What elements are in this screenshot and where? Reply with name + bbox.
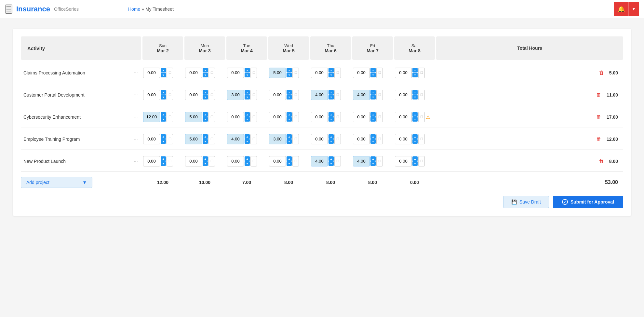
spin-up-4-3[interactable]: ▲ [287, 156, 292, 161]
time-input-2-2[interactable] [227, 112, 244, 122]
time-input-3-3[interactable] [269, 134, 286, 144]
time-input-1-5[interactable] [353, 90, 370, 100]
spin-up-4-6[interactable]: ▲ [412, 156, 418, 161]
delete-row-4[interactable]: 🗑 [597, 157, 605, 165]
spin-up-4-1[interactable]: ▲ [203, 156, 208, 161]
activity-menu-4[interactable]: ··· [132, 158, 140, 165]
note-btn-2-2[interactable]: ☐ [250, 112, 257, 122]
time-input-3-4[interactable] [311, 134, 328, 144]
delete-row-1[interactable]: 🗑 [595, 91, 603, 99]
note-btn-2-6[interactable]: ☐ [418, 112, 425, 122]
time-input-0-3[interactable] [269, 68, 286, 78]
activity-menu-2[interactable]: ··· [132, 113, 140, 121]
spin-up-1-6[interactable]: ▲ [412, 90, 418, 95]
spin-up-3-3[interactable]: ▲ [287, 134, 292, 139]
activity-menu-1[interactable]: ··· [132, 91, 140, 99]
spin-up-0-6[interactable]: ▲ [412, 68, 418, 73]
spin-up-3-6[interactable]: ▲ [412, 134, 418, 139]
add-project-button[interactable]: Add project▼ [21, 177, 92, 188]
spin-down-3-6[interactable]: ▼ [412, 139, 418, 144]
note-btn-0-6[interactable]: ☐ [418, 68, 425, 78]
time-input-4-0[interactable] [143, 156, 160, 166]
time-input-3-2[interactable] [227, 134, 244, 144]
note-btn-4-3[interactable]: ☐ [292, 156, 299, 166]
note-btn-0-5[interactable]: ☐ [376, 68, 383, 78]
time-input-0-6[interactable] [395, 68, 412, 78]
bell-button[interactable]: 🔔 [614, 2, 628, 16]
note-btn-4-2[interactable]: ☐ [250, 156, 257, 166]
spin-up-3-2[interactable]: ▲ [245, 134, 250, 139]
time-input-2-3[interactable] [269, 112, 286, 122]
spin-down-3-0[interactable]: ▼ [161, 139, 166, 144]
spin-down-4-3[interactable]: ▼ [287, 161, 292, 166]
time-input-0-5[interactable] [353, 68, 370, 78]
spin-down-2-5[interactable]: ▼ [370, 117, 376, 122]
note-btn-0-0[interactable]: ☐ [167, 68, 173, 78]
time-input-2-6[interactable] [395, 112, 412, 122]
spin-down-3-3[interactable]: ▼ [287, 139, 292, 144]
note-btn-1-3[interactable]: ☐ [292, 90, 299, 100]
time-input-4-1[interactable] [185, 156, 202, 166]
activity-menu-3[interactable]: ··· [132, 136, 140, 143]
spin-up-2-0[interactable]: ▲ [161, 112, 166, 117]
spin-up-1-5[interactable]: ▲ [370, 90, 376, 95]
spin-down-0-0[interactable]: ▼ [161, 73, 166, 77]
time-input-3-5[interactable] [353, 134, 370, 144]
time-input-4-6[interactable] [395, 156, 412, 166]
spin-down-3-1[interactable]: ▼ [203, 139, 208, 144]
note-btn-1-0[interactable]: ☐ [167, 90, 173, 100]
time-input-1-1[interactable] [185, 90, 202, 100]
spin-down-3-2[interactable]: ▼ [245, 139, 250, 144]
note-btn-4-6[interactable]: ☐ [418, 156, 425, 166]
spin-down-2-3[interactable]: ▼ [287, 117, 292, 122]
user-dropdown-button[interactable]: ▼ [628, 2, 639, 16]
spin-down-0-1[interactable]: ▼ [203, 73, 208, 77]
note-btn-1-4[interactable]: ☐ [334, 90, 341, 100]
time-input-4-2[interactable] [227, 156, 244, 166]
note-btn-4-4[interactable]: ☐ [334, 156, 341, 166]
spin-down-1-0[interactable]: ▼ [161, 95, 166, 99]
spin-up-3-1[interactable]: ▲ [203, 134, 208, 139]
save-draft-button[interactable]: 💾 Save Draft [503, 196, 549, 208]
spin-up-2-4[interactable]: ▲ [329, 112, 334, 117]
note-btn-2-4[interactable]: ☐ [334, 112, 341, 122]
spin-up-4-2[interactable]: ▲ [245, 156, 250, 161]
delete-row-2[interactable]: 🗑 [595, 113, 603, 121]
spin-down-1-6[interactable]: ▼ [412, 95, 418, 99]
time-input-1-0[interactable] [143, 90, 160, 100]
spin-up-1-3[interactable]: ▲ [287, 90, 292, 95]
spin-down-4-5[interactable]: ▼ [370, 161, 376, 166]
spin-up-1-1[interactable]: ▲ [203, 90, 208, 95]
spin-down-1-2[interactable]: ▼ [245, 95, 250, 99]
spin-up-2-2[interactable]: ▲ [245, 112, 250, 117]
time-input-4-3[interactable] [269, 156, 286, 166]
time-input-1-2[interactable] [227, 90, 244, 100]
spin-down-1-5[interactable]: ▼ [370, 95, 376, 99]
time-input-2-5[interactable] [353, 112, 370, 122]
spin-up-1-4[interactable]: ▲ [329, 90, 334, 95]
spin-down-2-4[interactable]: ▼ [329, 117, 334, 122]
time-input-3-0[interactable] [143, 134, 160, 144]
spin-up-2-5[interactable]: ▲ [370, 112, 376, 117]
note-btn-3-6[interactable]: ☐ [418, 134, 425, 144]
time-input-3-6[interactable] [395, 134, 412, 144]
spin-down-2-0[interactable]: ▼ [161, 117, 166, 122]
spin-up-0-2[interactable]: ▲ [245, 68, 250, 73]
spin-down-0-4[interactable]: ▼ [329, 73, 334, 77]
note-btn-3-3[interactable]: ☐ [292, 134, 299, 144]
time-input-4-4[interactable] [311, 156, 328, 166]
spin-up-0-4[interactable]: ▲ [329, 68, 334, 73]
spin-up-3-5[interactable]: ▲ [370, 134, 376, 139]
note-btn-4-0[interactable]: ☐ [167, 156, 173, 166]
note-btn-0-4[interactable]: ☐ [334, 68, 341, 78]
spin-down-4-0[interactable]: ▼ [161, 161, 166, 166]
time-input-2-0[interactable] [143, 112, 160, 122]
time-input-4-5[interactable] [353, 156, 370, 166]
spin-up-4-5[interactable]: ▲ [370, 156, 376, 161]
note-btn-1-1[interactable]: ☐ [208, 90, 215, 100]
note-btn-2-0[interactable]: ☐ [167, 112, 173, 122]
spin-down-1-1[interactable]: ▼ [203, 95, 208, 99]
spin-up-3-0[interactable]: ▲ [161, 134, 166, 139]
spin-down-3-5[interactable]: ▼ [370, 139, 376, 144]
spin-up-0-5[interactable]: ▲ [370, 68, 376, 73]
